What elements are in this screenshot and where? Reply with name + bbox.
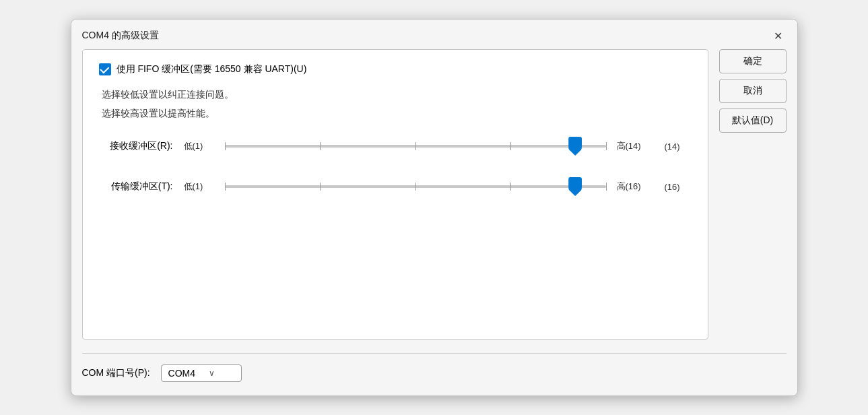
close-button[interactable]: ✕ [770, 28, 787, 44]
transmit-buffer-row: 传输缓冲区(T): 低(1) 高(16) (16) [99, 177, 692, 197]
default-button[interactable]: 默认值(D) [719, 108, 787, 133]
tick [225, 183, 226, 191]
ok-button[interactable]: 确定 [719, 49, 787, 73]
transmit-buffer-thumb[interactable] [568, 177, 582, 196]
tick [320, 183, 321, 191]
receive-buffer-thumb[interactable] [568, 137, 582, 156]
receive-buffer-min: 低(1) [184, 140, 214, 152]
port-select[interactable]: COM4 ∨ [161, 364, 242, 382]
port-label: COM 端口号(P): [82, 367, 150, 379]
chevron-down-icon: ∨ [209, 369, 215, 378]
dialog-title: COM4 的高级设置 [82, 30, 159, 42]
transmit-buffer-min: 低(1) [184, 181, 214, 193]
tick [415, 183, 416, 191]
receive-buffer-track [225, 145, 606, 148]
tick [320, 142, 321, 150]
tick [510, 142, 511, 150]
sliders-section: 接收缓冲区(R): 低(1) 高(14) (14) [99, 136, 692, 197]
bottom-section: COM 端口号(P): COM4 ∨ [71, 354, 797, 395]
fifo-row: 使用 FIFO 缓冲区(需要 16550 兼容 UART)(U) [99, 63, 692, 75]
receive-buffer-row: 接收缓冲区(R): 低(1) 高(14) (14) [99, 136, 692, 156]
receive-buffer-max: 高(14) [617, 140, 654, 152]
fifo-checkbox[interactable] [99, 63, 111, 75]
tick [415, 142, 416, 150]
hint-high: 选择较高设置以提高性能。 [99, 108, 692, 120]
hint-low: 选择较低设置以纠正连接问题。 [99, 89, 692, 101]
main-content-panel: 使用 FIFO 缓冲区(需要 16550 兼容 UART)(U) 选择较低设置以… [82, 49, 708, 340]
button-panel: 确定 取消 默认值(D) [719, 49, 787, 340]
transmit-buffer-value: (16) [665, 182, 692, 192]
dialog-body: 使用 FIFO 缓冲区(需要 16550 兼容 UART)(U) 选择较低设置以… [71, 49, 797, 353]
tick [510, 183, 511, 191]
tick [606, 183, 607, 191]
receive-buffer-value: (14) [665, 141, 692, 152]
tick [225, 142, 226, 150]
dialog-window: COM4 的高级设置 ✕ 使用 FIFO 缓冲区(需要 16550 兼容 UAR… [71, 19, 798, 396]
tick [606, 142, 607, 150]
transmit-buffer-slider-container[interactable] [225, 177, 606, 197]
transmit-buffer-max: 高(16) [617, 181, 654, 193]
receive-buffer-slider-container[interactable] [225, 136, 606, 156]
transmit-buffer-track [225, 185, 606, 188]
title-bar: COM4 的高级设置 ✕ [71, 20, 797, 49]
cancel-button[interactable]: 取消 [719, 79, 787, 103]
transmit-buffer-label: 传输缓冲区(T): [99, 181, 173, 193]
port-select-value: COM4 [168, 368, 195, 379]
fifo-label: 使用 FIFO 缓冲区(需要 16550 兼容 UART)(U) [116, 63, 307, 75]
receive-buffer-label: 接收缓冲区(R): [99, 140, 173, 152]
